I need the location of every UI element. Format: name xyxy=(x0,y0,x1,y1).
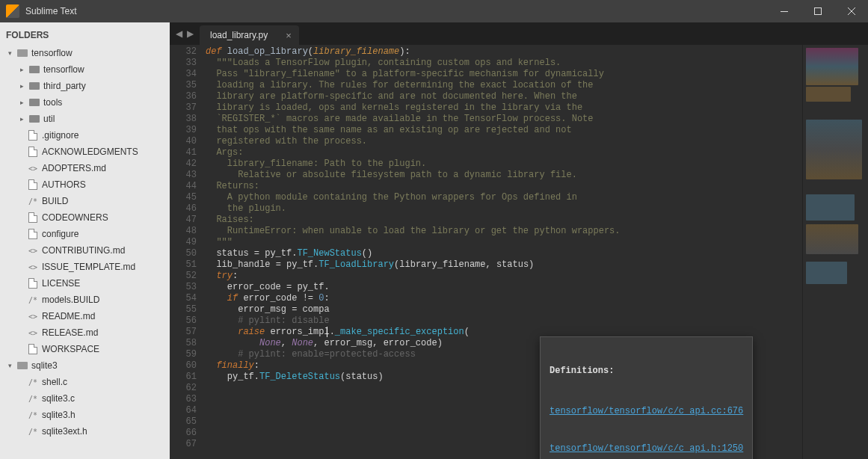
chevron-down-icon: ▾ xyxy=(4,48,15,58)
tree-label: CONTRIBUTING.md xyxy=(42,245,125,256)
definition-link[interactable]: tensorflow/tensorflow/c/c_api.cc:676 xyxy=(550,404,743,419)
file-item[interactable]: /*shell.c xyxy=(0,374,170,390)
chevron-down-icon: ▾ xyxy=(4,360,15,371)
file-icon xyxy=(27,129,39,141)
file-item[interactable]: <>README.md xyxy=(0,308,170,324)
code-file-icon: /* xyxy=(27,195,39,207)
tree-label: shell.c xyxy=(42,377,67,387)
file-icon xyxy=(27,228,39,240)
tree-label: util xyxy=(43,114,55,124)
file-item[interactable]: WORKSPACE xyxy=(0,341,170,357)
open-folder-icon xyxy=(16,47,28,59)
tab-load-library[interactable]: load_library.py × xyxy=(200,25,299,45)
markup-file-icon: <> xyxy=(27,327,39,339)
file-icon xyxy=(27,343,39,355)
chevron-right-icon: ▸ xyxy=(16,81,27,91)
folder-icon xyxy=(28,80,40,92)
file-item[interactable]: .gitignore xyxy=(0,127,170,144)
tree-label: ISSUE_TEMPLATE.md xyxy=(42,262,135,272)
folder-item[interactable]: ▸util xyxy=(0,111,170,127)
close-button[interactable] xyxy=(834,0,868,22)
tree-label: tools xyxy=(43,97,62,108)
folder-icon xyxy=(28,113,40,125)
tree-label: tensorflow xyxy=(31,48,73,58)
nav-back-icon[interactable]: ◀ xyxy=(176,28,182,39)
code-file-icon: /* xyxy=(27,294,39,306)
file-icon xyxy=(27,212,39,224)
file-item[interactable]: LICENSE xyxy=(0,275,170,292)
file-item[interactable]: /*sqlite3.h xyxy=(0,407,170,423)
folder-tree[interactable]: ▾tensorflow▸tensorflow▸third_party▸tools… xyxy=(0,45,170,440)
folder-item[interactable]: ▸tools xyxy=(0,94,170,111)
tree-label: third_party xyxy=(43,81,86,91)
folder-icon xyxy=(28,96,40,108)
tree-label: configure xyxy=(42,229,79,239)
file-item[interactable]: /*sqlite3ext.h xyxy=(0,423,170,440)
file-icon xyxy=(27,179,39,191)
folder-item[interactable]: ▸third_party xyxy=(0,78,170,94)
file-item[interactable]: <>RELEASE.md xyxy=(0,324,170,341)
popup-title: Definitions: xyxy=(550,366,743,377)
tree-label: models.BUILD xyxy=(42,295,99,305)
file-item[interactable]: CODEOWNERS xyxy=(0,209,170,226)
text-cursor xyxy=(327,327,327,337)
chevron-right-icon: ▸ xyxy=(16,97,27,108)
markup-file-icon: <> xyxy=(27,244,39,256)
file-item[interactable]: /*BUILD xyxy=(0,193,170,209)
code-area[interactable]: def load_op_library(library_filename): "… xyxy=(206,45,802,459)
tree-label: BUILD xyxy=(42,196,68,206)
code-file-icon: /* xyxy=(27,409,39,421)
maximize-button[interactable] xyxy=(801,0,834,22)
minimap[interactable] xyxy=(802,45,868,459)
code-file-icon: /* xyxy=(27,376,39,388)
file-item[interactable]: /*sqlite3.c xyxy=(0,390,170,407)
titlebar: Sublime Text xyxy=(0,0,868,22)
open-folder-icon xyxy=(16,360,28,372)
minimize-button[interactable] xyxy=(767,0,801,22)
file-item[interactable]: <>ADOPTERS.md xyxy=(0,160,170,176)
app-title: Sublime Text xyxy=(25,6,76,16)
tab-close-icon[interactable]: × xyxy=(286,30,292,41)
file-icon xyxy=(27,277,39,289)
file-item[interactable]: configure xyxy=(0,226,170,242)
folder-item[interactable]: ▾sqlite3 xyxy=(0,357,170,374)
markup-file-icon: <> xyxy=(27,162,39,174)
code-file-icon: /* xyxy=(27,425,39,437)
tree-label: tensorflow xyxy=(43,64,84,75)
markup-file-icon: <> xyxy=(27,310,39,322)
file-item[interactable]: AUTHORS xyxy=(0,176,170,193)
tree-label: WORKSPACE xyxy=(42,344,99,354)
definition-link[interactable]: tensorflow/tensorflow/c/c_api.h:1250 xyxy=(550,441,743,456)
folder-icon xyxy=(28,64,40,76)
tree-label: AUTHORS xyxy=(42,179,86,190)
app-icon xyxy=(6,4,19,18)
chevron-right-icon: ▸ xyxy=(16,64,27,75)
sidebar[interactable]: FOLDERS ▾tensorflow▸tensorflow▸third_par… xyxy=(0,22,170,459)
folder-item[interactable]: ▾tensorflow xyxy=(0,45,170,61)
tab-label: load_library.py xyxy=(210,30,268,40)
file-icon xyxy=(27,146,39,158)
tree-label: CODEOWNERS xyxy=(42,212,108,223)
definitions-popup: Definitions: tensorflow/tensorflow/c/c_a… xyxy=(540,336,753,459)
file-item[interactable]: ACKNOWLEDGMENTS xyxy=(0,144,170,160)
file-item[interactable]: <>CONTRIBUTING.md xyxy=(0,242,170,259)
editor[interactable]: 3233343536373839404142434445464748495051… xyxy=(170,45,868,459)
file-item[interactable]: <>ISSUE_TEMPLATE.md xyxy=(0,259,170,275)
nav-forward-icon[interactable]: ▶ xyxy=(187,28,194,39)
file-item[interactable]: /*models.BUILD xyxy=(0,292,170,308)
tree-label: sqlite3 xyxy=(31,360,58,371)
tree-label: ACKNOWLEDGMENTS xyxy=(42,147,138,157)
tree-label: RELEASE.md xyxy=(42,327,98,338)
svg-rect-0 xyxy=(781,11,788,12)
code-file-icon: /* xyxy=(27,392,39,404)
line-gutter: 3233343536373839404142434445464748495051… xyxy=(170,45,206,459)
sidebar-header: FOLDERS xyxy=(0,22,170,45)
chevron-right-icon: ▸ xyxy=(16,114,27,124)
tree-label: LICENSE xyxy=(42,278,80,289)
tree-label: sqlite3.h xyxy=(42,410,76,420)
folder-item[interactable]: ▸tensorflow xyxy=(0,61,170,78)
tree-label: sqlite3ext.h xyxy=(42,426,87,437)
tree-label: sqlite3.c xyxy=(42,393,75,404)
markup-file-icon: <> xyxy=(27,261,39,273)
tree-label: ADOPTERS.md xyxy=(42,163,106,173)
